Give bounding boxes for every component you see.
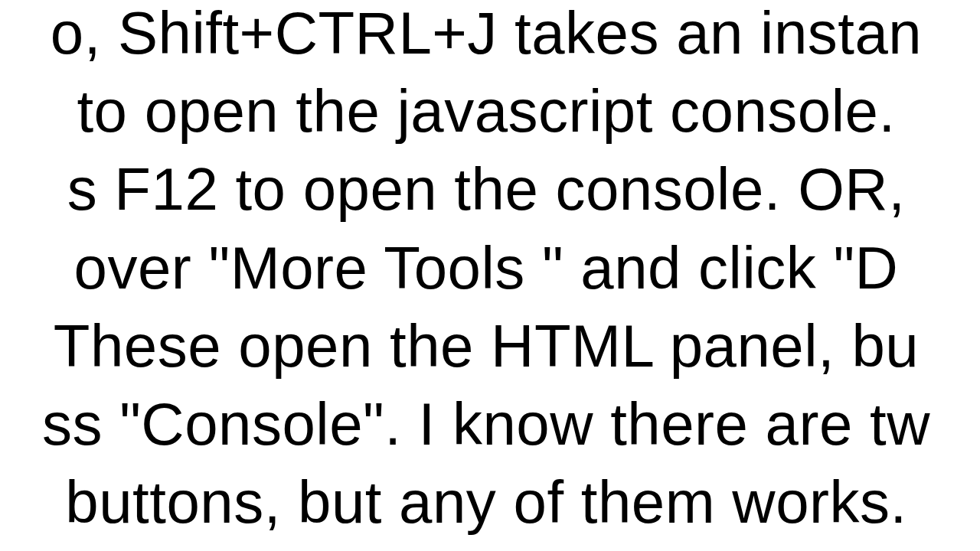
- paragraph-fragment: o, Shift+CTRL+J takes an instan to open …: [0, 0, 980, 541]
- text-line-5: These open the HTML panel, bu: [0, 307, 980, 385]
- text-line-2: to open the javascript console.: [0, 72, 980, 150]
- text-line-1: o, Shift+CTRL+J takes an instan: [0, 0, 980, 72]
- text-line-7: buttons, but any of them works.: [0, 463, 980, 541]
- text-line-4: over "More Tools " and click "D: [0, 229, 980, 307]
- text-line-3: s F12 to open the console. OR,: [0, 150, 980, 228]
- text-line-6: ss "Console". I know there are tw: [0, 385, 980, 463]
